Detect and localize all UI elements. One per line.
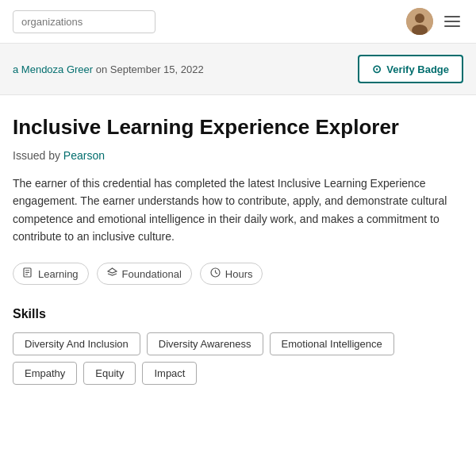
badge-title: Inclusive Learning Experience Explorer xyxy=(13,114,463,141)
skill-tag[interactable]: Empathy xyxy=(13,362,77,385)
main-content: Inclusive Learning Experience Explorer I… xyxy=(0,95,476,404)
skill-tag[interactable]: Emotional Intelligence xyxy=(270,332,394,355)
badge-description: The earner of this credential has comple… xyxy=(13,175,463,246)
tag-foundational-label: Foundational xyxy=(122,268,182,280)
skills-title: Skills xyxy=(13,307,463,321)
nav-right xyxy=(406,8,463,35)
hamburger-menu-icon[interactable] xyxy=(441,13,463,30)
tags-row: Learning Foundational Hours xyxy=(13,263,463,285)
skills-section: Skills Diversity And InclusionDiversity … xyxy=(13,307,463,385)
skill-tag[interactable]: Diversity Awareness xyxy=(147,332,263,355)
top-nav xyxy=(0,0,476,44)
skill-tag[interactable]: Equity xyxy=(83,362,136,385)
date-text: on September 15, 2022 xyxy=(96,63,204,75)
check-circle-icon: ⊙ xyxy=(372,63,382,75)
document-icon xyxy=(23,267,33,280)
subtitle-bar: a Mendoza Greer on September 15, 2022 ⊙ … xyxy=(0,44,476,95)
tag-learning-label: Learning xyxy=(38,268,79,280)
issuer-link[interactable]: Pearson xyxy=(63,149,105,162)
tag-hours-label: Hours xyxy=(225,268,253,280)
skills-list: Diversity And InclusionDiversity Awarene… xyxy=(13,332,463,385)
layers-icon xyxy=(107,267,117,280)
search-input[interactable] xyxy=(13,10,155,33)
svg-point-1 xyxy=(415,13,424,23)
svg-marker-7 xyxy=(108,268,117,273)
clock-icon xyxy=(210,267,221,280)
issued-by: Issued by Pearson xyxy=(13,149,463,162)
subtitle-text: a Mendoza Greer on September 15, 2022 xyxy=(13,63,204,75)
svg-line-10 xyxy=(215,273,217,274)
issued-by-label: Issued by xyxy=(13,149,60,162)
verify-badge-label: Verify Badge xyxy=(386,63,449,75)
tag-foundational: Foundational xyxy=(97,263,192,285)
skill-tag[interactable]: Impact xyxy=(142,362,197,385)
avatar[interactable] xyxy=(406,8,433,35)
skill-tag[interactable]: Diversity And Inclusion xyxy=(13,332,140,355)
tag-hours: Hours xyxy=(200,263,263,285)
verify-badge-button[interactable]: ⊙ Verify Badge xyxy=(358,55,463,83)
author-link[interactable]: a Mendoza Greer xyxy=(13,63,93,75)
tag-learning: Learning xyxy=(13,263,89,285)
